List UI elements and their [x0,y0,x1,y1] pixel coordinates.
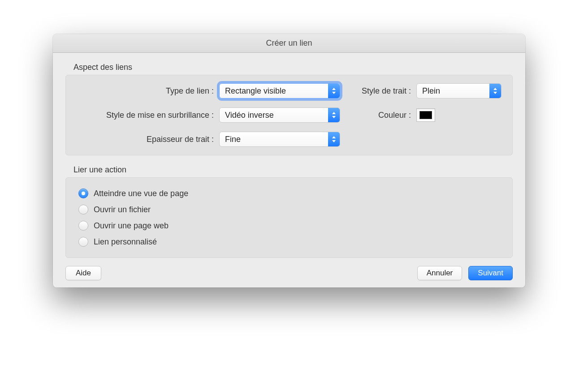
line-style-select[interactable]: Plein [416,83,502,99]
highlight-style-label: Style de mise en surbrillance : [76,111,219,120]
line-style-value: Plein [422,86,440,96]
action-option-go-to-page[interactable]: Atteindre une vue de page [78,188,500,198]
color-label: Couleur : [340,111,416,120]
action-option-open-file[interactable]: Ouvrir un fichier [78,205,500,214]
action-option-open-web[interactable]: Ouvrir une page web [78,221,500,231]
create-link-dialog: Créer un lien Aspect des liens Type de l… [53,34,525,287]
radio-icon [78,221,88,231]
color-well[interactable] [416,108,435,122]
radio-label: Atteindre une vue de page [94,189,188,198]
updown-icon [328,108,340,122]
radio-icon [78,188,88,198]
appearance-heading: Aspect des liens [74,63,513,72]
cancel-button[interactable]: Annuler [417,266,463,280]
action-radio-list: Atteindre une vue de page Ouvrir un fich… [76,186,502,249]
action-heading: Lier une action [74,165,513,175]
dialog-titlebar: Créer un lien [53,34,525,53]
dialog-title: Créer un lien [266,39,312,48]
next-button[interactable]: Suivant [468,266,513,280]
link-type-value: Rectangle visible [225,86,286,96]
thickness-value: Fine [225,135,241,144]
dialog-footer: Aide Annuler Suivant [65,266,513,280]
highlight-style-value: Vidéo inverse [225,111,274,120]
highlight-style-select[interactable]: Vidéo inverse [219,107,340,123]
link-type-label: Type de lien : [76,86,219,96]
appearance-grid: Type de lien : Rectangle visible Style d… [76,83,502,147]
action-group: Atteindre une vue de page Ouvrir un fich… [65,177,513,258]
color-swatch [419,111,432,119]
updown-icon [489,84,501,98]
updown-icon [328,84,340,98]
radio-label: Ouvrir un fichier [94,205,151,214]
line-style-label: Style de trait : [340,86,416,96]
thickness-label: Epaisseur de trait : [76,135,219,144]
updown-icon [328,132,340,146]
dialog-content: Aspect des liens Type de lien : Rectangl… [53,53,525,287]
radio-label: Ouvrir une page web [94,221,169,231]
radio-icon [78,237,88,247]
link-type-select[interactable]: Rectangle visible [219,83,340,99]
thickness-select[interactable]: Fine [219,132,340,147]
appearance-group: Type de lien : Rectangle visible Style d… [65,75,513,155]
radio-icon [78,205,88,214]
action-option-custom-link[interactable]: Lien personnalisé [78,237,500,247]
help-button[interactable]: Aide [65,266,101,280]
radio-label: Lien personnalisé [94,237,157,247]
